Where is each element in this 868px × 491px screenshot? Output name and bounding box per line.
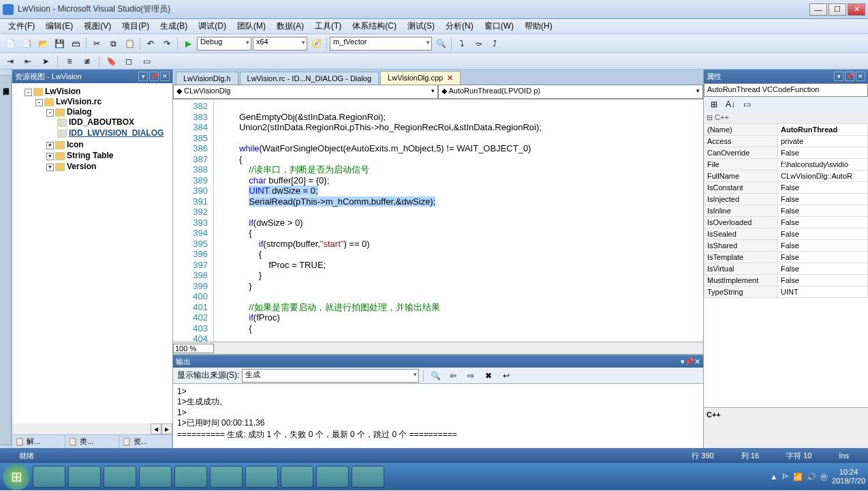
menu-item[interactable]: 项目(P) xyxy=(117,19,155,33)
tray-clock[interactable]: 10:242018/7/20 xyxy=(832,468,865,486)
cursor-icon[interactable]: ➤ xyxy=(38,54,53,69)
menu-item[interactable]: 数据(A) xyxy=(271,19,309,33)
add-item-icon[interactable]: 📑 xyxy=(19,36,34,51)
output-find-icon[interactable]: 🔍 xyxy=(428,368,443,383)
document-tab[interactable]: LwVision.rc - ID...N_DIALOG - Dialog xyxy=(240,72,379,85)
foot-tab[interactable]: 📋 资... xyxy=(119,435,172,448)
cut-icon[interactable]: ✂ xyxy=(89,36,104,51)
property-row[interactable]: IsVirtualFalse xyxy=(704,263,868,275)
foot-tab[interactable]: 📋 类... xyxy=(65,435,119,448)
output-pin-icon[interactable]: 📌 xyxy=(685,357,694,366)
function-combo[interactable]: ◆ AutoRunThread(LPVOID p) xyxy=(438,85,703,99)
indent-icon[interactable]: ⇥ xyxy=(3,54,18,69)
props-category-icon[interactable]: ⊞ xyxy=(707,97,722,112)
menu-item[interactable]: 编辑(E) xyxy=(40,19,78,33)
menu-item[interactable]: 测试(S) xyxy=(402,19,440,33)
task-vs[interactable] xyxy=(210,466,243,488)
task-tool[interactable] xyxy=(245,466,278,488)
uncomment-icon[interactable]: ≢ xyxy=(80,54,95,69)
launch-icon[interactable]: 🧭 xyxy=(309,36,324,51)
window-icon[interactable]: ▭ xyxy=(139,54,154,69)
server-explorer-tab[interactable]: 服务器资源 xyxy=(0,75,12,445)
tree-item[interactable]: IDD_ABOUTBOX xyxy=(57,117,171,128)
property-row[interactable]: IsInjectedFalse xyxy=(704,194,868,205)
platform-combo[interactable]: x64 xyxy=(253,37,307,50)
property-row[interactable]: CanOverrideFalse xyxy=(704,147,868,159)
start-debug-button[interactable]: ▶ xyxy=(181,36,196,51)
menu-item[interactable]: 分析(N) xyxy=(440,19,479,33)
tray-sound-icon[interactable]: 🔊 xyxy=(807,473,816,481)
start-button[interactable]: ⊞ xyxy=(3,463,30,490)
task-app2[interactable] xyxy=(352,466,384,488)
menu-item[interactable]: 帮助(H) xyxy=(519,19,558,33)
property-row[interactable]: (Name)AutoRunThread xyxy=(704,124,868,136)
class-combo[interactable]: ◆ CLwVisionDlg xyxy=(173,85,438,99)
tray-action-icon[interactable]: 🏳 xyxy=(781,473,789,481)
tree-item[interactable]: IDD_LWVISION_DIALOG xyxy=(57,128,171,138)
solution-node[interactable]: -LwVision -LwVision.rc -DialogIDD_ABOUTB… xyxy=(25,86,171,173)
find-combo[interactable]: m_tVector xyxy=(330,37,432,50)
props-dropdown-icon[interactable]: ▾ xyxy=(834,72,843,81)
property-row[interactable]: IsConstantFalse xyxy=(704,182,868,194)
step-into-icon[interactable]: ⤵ xyxy=(454,36,469,51)
property-row[interactable]: TypeStringUINT xyxy=(704,286,868,298)
tree-folder[interactable]: -DialogIDD_ABOUTBOXIDD_LWVISION_DIALOG xyxy=(46,106,171,139)
undo-icon[interactable]: ↶ xyxy=(143,36,158,51)
document-tab[interactable]: LwVisionDlg.cpp✕ xyxy=(380,71,461,85)
property-row[interactable]: IsTemplateFalse xyxy=(704,252,868,263)
close-button[interactable]: ✕ xyxy=(848,3,865,16)
minimize-button[interactable]: — xyxy=(809,3,827,16)
step-over-icon[interactable]: ⤼ xyxy=(471,36,486,51)
menu-item[interactable]: 体系结构(C) xyxy=(347,19,402,33)
menu-item[interactable]: 文件(F) xyxy=(3,19,40,33)
task-ie[interactable] xyxy=(33,466,65,488)
outdent-icon[interactable]: ⇤ xyxy=(20,54,35,69)
task-wmp[interactable] xyxy=(68,466,101,488)
menu-item[interactable]: 工具(T) xyxy=(309,19,347,33)
tray-ime-icon[interactable]: ㊥ xyxy=(820,472,828,482)
task-app1[interactable] xyxy=(316,466,349,488)
hscroll-right[interactable]: ▸ xyxy=(161,423,172,434)
menu-item[interactable]: 视图(V) xyxy=(78,19,117,33)
tray-network-icon[interactable]: 📶 xyxy=(793,473,803,481)
new-project-icon[interactable]: 📄 xyxy=(3,36,18,51)
task-ha[interactable] xyxy=(174,466,207,488)
tree-folder[interactable]: +Icon xyxy=(46,139,171,150)
toggle-icon[interactable]: ◻ xyxy=(121,54,136,69)
property-row[interactable]: Accessprivate xyxy=(704,136,868,147)
property-row[interactable]: IsSharedFalse xyxy=(704,240,868,252)
pane-dropdown-icon[interactable]: ▾ xyxy=(138,72,148,81)
property-row[interactable]: IsInlineFalse xyxy=(704,205,868,217)
props-close-icon[interactable]: ✕ xyxy=(856,72,865,81)
open-icon[interactable]: 📂 xyxy=(35,36,50,51)
property-row[interactable]: FullNameCLwVisionDlg::AutoR xyxy=(704,170,868,182)
foot-tab[interactable]: 📋 解... xyxy=(12,435,65,448)
menu-item[interactable]: 生成(B) xyxy=(155,19,193,33)
props-subject-combo[interactable]: AutoRunThread VCCodeFunction xyxy=(704,83,868,97)
redo-icon[interactable]: ↷ xyxy=(159,36,174,51)
output-close-icon[interactable]: ✕ xyxy=(694,357,700,366)
task-explorer[interactable] xyxy=(104,466,136,488)
tree-folder[interactable]: +Version xyxy=(46,161,171,172)
find-icon[interactable]: 🔍 xyxy=(433,36,448,51)
menu-item[interactable]: 调试(D) xyxy=(193,19,232,33)
copy-icon[interactable]: ⧉ xyxy=(106,36,121,51)
property-row[interactable]: IsSealedFalse xyxy=(704,228,868,240)
pane-close-icon[interactable]: ✕ xyxy=(160,72,170,81)
config-combo[interactable]: Debug xyxy=(197,37,251,50)
save-icon[interactable]: 💾 xyxy=(52,36,67,51)
output-body[interactable]: 1>1>生成成功。1>1>已用时间 00:00:11.36========== … xyxy=(173,384,703,448)
tray-flag-icon[interactable]: ▲ xyxy=(770,473,777,481)
output-prev-icon[interactable]: ⇦ xyxy=(446,368,461,383)
menu-item[interactable]: 窗口(W) xyxy=(479,19,519,33)
task-wps[interactable] xyxy=(139,466,172,488)
menu-item[interactable]: 团队(M) xyxy=(232,19,271,33)
output-source-combo[interactable]: 生成 xyxy=(242,369,419,383)
property-row[interactable]: IsOverloadedFalse xyxy=(704,217,868,228)
output-clear-icon[interactable]: ✖ xyxy=(481,368,496,383)
code-content[interactable]: GenEmptyObj(&stInData.RegionRoi); Union2… xyxy=(214,100,703,354)
step-out-icon[interactable]: ⤴ xyxy=(487,36,502,51)
code-editor[interactable]: 3823833843853863873883893903913923933943… xyxy=(173,100,703,354)
rc-node[interactable]: -LwVision.rc -DialogIDD_ABOUTBOXIDD_LWVI… xyxy=(35,96,171,173)
zoom-combo[interactable]: 100 % xyxy=(173,344,214,353)
